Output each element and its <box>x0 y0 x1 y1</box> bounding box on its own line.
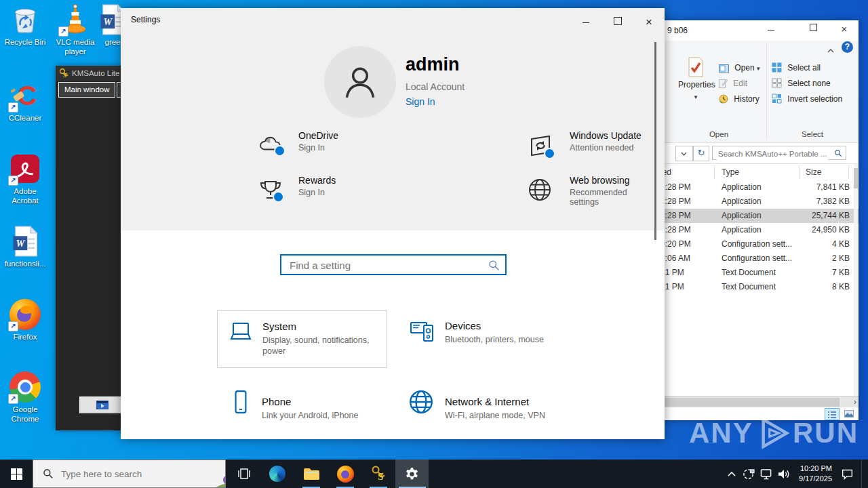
desktop-icon-firefox[interactable]: ↗ Firefox <box>0 299 50 342</box>
desktop-icon-google-chrome[interactable]: ↗ Google Chrome <box>0 371 50 424</box>
tray-show-hidden-icons[interactable] <box>724 460 739 488</box>
taskbar-clock[interactable]: 10:20 PM 9/17/2025 <box>792 460 833 488</box>
file-list: 2:28 PMApplication7,841 KB 2:28 PMApplic… <box>651 180 859 297</box>
show-desktop-divider[interactable] <box>861 460 862 488</box>
action-center-button[interactable] <box>835 460 859 488</box>
desktop-icon-label: CCleaner <box>0 113 50 123</box>
globe-icon <box>408 389 434 418</box>
ribbon-collapse-icon[interactable] <box>827 43 835 52</box>
start-button[interactable] <box>0 460 33 488</box>
watermark-text-right: RUN <box>793 417 859 449</box>
file-row[interactable]: 2:28 PMApplication7,382 KB <box>651 195 859 209</box>
settings-minimize-button[interactable] <box>574 14 597 31</box>
taskbar-edge-button[interactable] <box>264 460 290 488</box>
select-none-button[interactable]: Select none <box>772 77 831 90</box>
firefox-icon <box>337 466 354 483</box>
shortcut-arrow-icon: ↗ <box>8 321 18 331</box>
file-row[interactable]: 2:28 PMApplication24,950 KB <box>651 223 859 237</box>
file-row-selected[interactable]: 2:28 PMApplication25,744 KB <box>651 209 859 223</box>
dropdown-arrow-icon <box>678 89 713 102</box>
invert-selection-button[interactable]: Invert selection <box>772 92 842 106</box>
explorer-titlebar[interactable]: 9 b06 × <box>651 20 859 41</box>
explorer-search-input[interactable] <box>717 147 828 160</box>
account-sign-in-link[interactable]: Sign In <box>406 96 435 107</box>
settings-maximize-button[interactable] <box>606 14 629 31</box>
search-icon <box>834 149 842 157</box>
explorer-maximize-button[interactable] <box>802 20 825 38</box>
tray-volume-button[interactable] <box>775 460 791 488</box>
file-list-scrollbar[interactable] <box>854 164 858 396</box>
file-row[interactable]: 0:20 PMConfiguration sett...4 KB <box>651 237 859 251</box>
taskbar-explorer-button[interactable] <box>298 460 324 488</box>
file-row[interactable]: 7:06 AMConfiguration sett...2 KB <box>651 251 859 266</box>
taskbar-kmsauto-button[interactable]: S <box>366 460 391 488</box>
select-all-button[interactable]: Select all <box>772 61 821 75</box>
invert-selection-icon <box>772 94 782 108</box>
status-badge <box>544 148 555 159</box>
tab-main-window[interactable]: Main window <box>58 82 115 98</box>
settings-scrollbar-thumb[interactable] <box>654 42 656 240</box>
column-header-type[interactable]: Type <box>722 164 739 180</box>
account-name: admin <box>406 54 460 75</box>
tile-devices[interactable]: Devices Bluetooth, printers, mouse <box>399 310 575 367</box>
history-button[interactable]: History <box>719 92 760 106</box>
scrollbar-thumb[interactable] <box>652 398 840 407</box>
explorer-addressbar: ↻ <box>651 143 859 164</box>
scrollbar-thumb[interactable] <box>854 168 858 188</box>
desktop-icon-label: functionsli... <box>0 259 50 268</box>
desktop: Recycle Bin ↗ VLC media player <box>0 0 868 488</box>
file-row[interactable]: 21 PMText Document8 KB <box>651 280 859 294</box>
edit-icon <box>719 79 728 92</box>
edit-button[interactable]: Edit <box>719 77 747 90</box>
explorer-close-button[interactable]: × <box>833 20 856 38</box>
taskbar-search-box[interactable] <box>33 460 226 488</box>
file-row[interactable]: 2:28 PMApplication7,841 KB <box>651 180 859 195</box>
task-view-icon <box>238 468 250 479</box>
svg-text:S: S <box>63 72 66 79</box>
properties-button[interactable]: Properties <box>678 57 713 127</box>
settings-search-input[interactable] <box>288 257 481 274</box>
quick-status-windows-update[interactable]: Windows Update Attention needed <box>407 130 583 168</box>
network-icon <box>760 468 773 480</box>
svg-text:W: W <box>104 16 113 27</box>
desktop-icon-label: Adobe Acrobat <box>0 186 50 206</box>
select-none-icon <box>772 78 782 92</box>
desktop-icon-adobe-acrobat[interactable]: ↗ Adobe Acrobat <box>0 153 50 206</box>
help-icon[interactable]: ? <box>842 41 853 53</box>
watermark-text-left: ANY <box>689 417 753 449</box>
settings-close-button[interactable]: × <box>637 14 660 31</box>
column-header-size[interactable]: Size <box>806 164 821 180</box>
tile-phone[interactable]: Phone Link your Android, iPhone <box>217 386 386 434</box>
recycle-bin-icon <box>9 4 41 35</box>
quick-status-web-browsing[interactable]: Web browsing Recommended settings <box>407 175 583 224</box>
account-type: Local Account <box>406 81 465 92</box>
anyrun-logo-icon <box>755 413 791 453</box>
scroll-right-arrow-icon[interactable]: › <box>854 396 856 407</box>
chrome-icon: ↗ <box>9 371 41 403</box>
tile-network[interactable]: Network & Internet Wi-Fi, airplane mode,… <box>399 386 582 434</box>
desktop-icon-recycle-bin[interactable]: Recycle Bin <box>0 4 50 47</box>
desktop-icon-functionsli[interactable]: W functionsli... <box>0 226 50 268</box>
file-row[interactable]: 21 PMText Document7 KB <box>651 266 859 280</box>
kmsauto-title: KMSAuto Lite <box>72 69 119 77</box>
refresh-icon[interactable]: ↻ <box>693 146 709 161</box>
tray-network-button[interactable] <box>758 460 774 488</box>
taskbar-search-input[interactable] <box>60 468 164 480</box>
address-dropdown-button[interactable] <box>675 146 693 161</box>
tray-app-icon <box>743 468 755 481</box>
taskbar-firefox-button[interactable] <box>332 460 358 488</box>
settings-search-box[interactable] <box>280 254 507 275</box>
taskbar-settings-button[interactable] <box>395 460 429 488</box>
tray-app-button[interactable] <box>741 460 757 488</box>
desktop-icon-label: Recycle Bin <box>0 37 50 47</box>
tile-system[interactable]: System Display, sound, notifications, po… <box>217 310 387 368</box>
kmsauto-media-button[interactable] <box>79 396 125 413</box>
horizontal-scrollbar[interactable]: › <box>651 396 859 408</box>
search-icon <box>43 468 54 479</box>
desktop-icon-ccleaner[interactable]: C ↗ CCleaner <box>0 80 50 123</box>
action-center-icon <box>841 468 854 480</box>
explorer-search-box[interactable] <box>712 146 846 160</box>
explorer-minimize-button[interactable] <box>760 20 783 38</box>
open-button[interactable]: Open <box>719 61 760 75</box>
task-view-button[interactable] <box>232 460 256 488</box>
